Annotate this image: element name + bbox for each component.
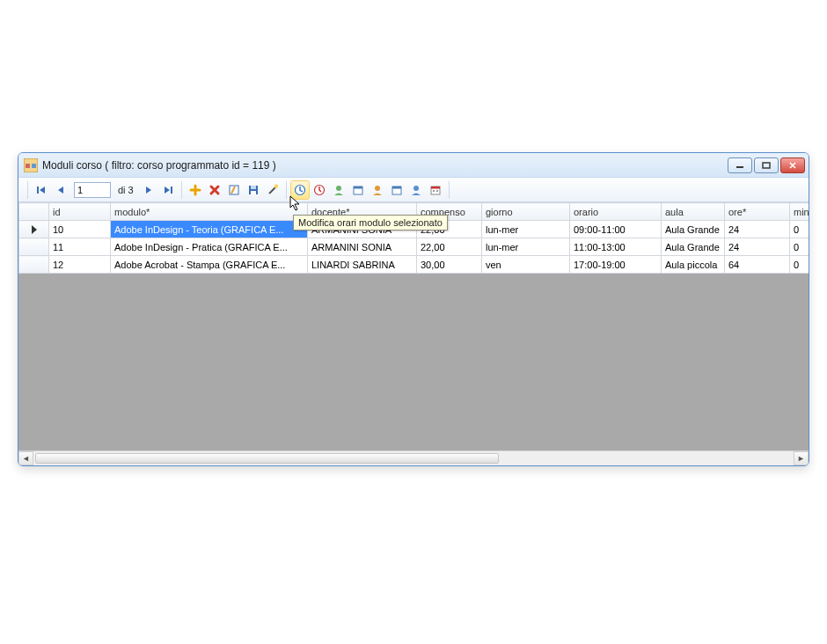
window-controls (728, 157, 805, 173)
grid-empty-area (18, 274, 809, 450)
toolbar-separator (181, 181, 182, 199)
svg-rect-4 (763, 163, 770, 168)
grid-container: id modulo* docente* compenso giorno orar… (18, 202, 809, 274)
cell-docente[interactable]: LINARDI SABRINA (308, 256, 417, 274)
calendar-small-button[interactable] (348, 180, 368, 200)
cell-minuti[interactable]: 0 (790, 256, 809, 274)
close-button[interactable] (780, 157, 805, 173)
person-green-button[interactable] (329, 180, 348, 200)
window-moduli-corso: Moduli corso ( filtro: corso programmato… (18, 152, 809, 466)
svg-rect-10 (251, 191, 256, 194)
window-title: Moduli corso ( filtro: corso programmato… (42, 159, 728, 172)
cell-aula[interactable]: Aula Grande (662, 221, 725, 238)
svg-point-20 (414, 186, 419, 191)
add-button[interactable] (186, 180, 205, 200)
svg-rect-23 (433, 190, 435, 192)
cell-aula[interactable]: Aula piccola (662, 256, 725, 274)
horizontal-scrollbar[interactable]: ◄ ► (18, 450, 809, 465)
wizard-button[interactable] (263, 180, 282, 200)
save-button[interactable] (244, 180, 263, 200)
cell-giorno[interactable]: lun-mer (482, 221, 570, 238)
row-indicator[interactable] (19, 256, 49, 274)
svg-rect-2 (32, 164, 36, 168)
person-blue-button[interactable] (406, 180, 426, 200)
toolbar: di 3 (18, 178, 809, 202)
col-ore[interactable]: ore* (725, 203, 790, 221)
col-aula[interactable]: aula (662, 203, 725, 221)
col-id[interactable]: id (49, 203, 111, 221)
grid-area: id modulo* docente* compenso giorno orar… (18, 202, 809, 465)
modifica-orari-button[interactable] (290, 180, 310, 200)
row-indicator[interactable] (19, 238, 49, 256)
nav-prev-button[interactable] (51, 180, 70, 200)
scroll-thumb[interactable] (35, 453, 499, 464)
cell-docente[interactable]: ARMANINI SONIA (308, 238, 417, 256)
svg-point-17 (375, 186, 380, 191)
delete-button[interactable] (205, 180, 224, 200)
col-minuti[interactable]: minuti* (790, 203, 809, 221)
cell-orario[interactable]: 11:00-13:00 (570, 238, 662, 256)
col-orario[interactable]: orario (570, 203, 662, 221)
cell-id[interactable]: 10 (49, 221, 111, 238)
svg-rect-3 (736, 166, 743, 168)
edit-button[interactable] (224, 180, 244, 200)
calendar-red-button[interactable] (426, 180, 445, 200)
cell-compenso[interactable]: 22,00 (417, 238, 482, 256)
cell-modulo[interactable]: Adobe InDesign - Teoria (GRAFICA E... (111, 221, 308, 238)
svg-rect-22 (431, 187, 440, 189)
cell-orario[interactable]: 17:00-19:00 (570, 256, 662, 274)
toolbar-separator (449, 181, 450, 199)
person-orange-button[interactable] (368, 180, 387, 200)
scroll-left-arrow[interactable]: ◄ (18, 451, 33, 465)
nav-position-input[interactable] (74, 182, 111, 198)
svg-rect-9 (251, 186, 256, 189)
col-giorno[interactable]: giorno (482, 203, 570, 221)
table-row[interactable]: 11Adobe InDesign - Pratica (GRAFICA E...… (19, 238, 809, 256)
cell-ore[interactable]: 24 (725, 238, 790, 256)
cell-ore[interactable]: 64 (725, 256, 790, 274)
titlebar: Moduli corso ( filtro: corso programmato… (18, 153, 809, 178)
maximize-button[interactable] (754, 157, 779, 173)
svg-rect-1 (26, 164, 30, 168)
scroll-right-arrow[interactable]: ► (794, 451, 809, 465)
clock-red-button[interactable] (310, 180, 329, 200)
svg-rect-24 (436, 190, 438, 192)
cell-minuti[interactable]: 0 (790, 238, 809, 256)
svg-rect-5 (37, 187, 39, 194)
scroll-track[interactable] (33, 451, 794, 465)
cell-modulo[interactable]: Adobe Acrobat - Stampa (GRAFICA E... (111, 256, 308, 274)
cell-modulo[interactable]: Adobe InDesign - Pratica (GRAFICA E... (111, 238, 308, 256)
nav-last-button[interactable] (158, 180, 178, 200)
nav-first-button[interactable] (32, 180, 51, 200)
svg-point-14 (336, 186, 341, 191)
svg-rect-19 (392, 187, 401, 189)
calendar-small2-button[interactable] (387, 180, 406, 200)
row-indicator[interactable] (19, 221, 49, 238)
cell-id[interactable]: 11 (49, 238, 111, 256)
data-grid[interactable]: id modulo* docente* compenso giorno orar… (18, 202, 809, 274)
cell-giorno[interactable]: ven (482, 256, 570, 274)
svg-rect-6 (171, 187, 172, 194)
cell-giorno[interactable]: lun-mer (482, 238, 570, 256)
toolbar-separator (286, 181, 287, 199)
cell-minuti[interactable]: 0 (790, 221, 809, 238)
nav-next-button[interactable] (139, 180, 158, 200)
toolbar-separator (27, 181, 28, 199)
minimize-button[interactable] (728, 157, 752, 173)
nav-count-label: di 3 (118, 185, 134, 195)
cell-orario[interactable]: 09:00-11:00 (570, 221, 662, 238)
cell-aula[interactable]: Aula Grande (662, 238, 725, 256)
tooltip: Modifica orari modulo selezionato (293, 215, 448, 231)
svg-rect-16 (354, 187, 362, 189)
col-rowheader[interactable] (19, 203, 49, 221)
table-row[interactable]: 12Adobe Acrobat - Stampa (GRAFICA E...LI… (19, 256, 809, 274)
cell-ore[interactable]: 24 (725, 221, 790, 238)
cell-id[interactable]: 12 (49, 256, 111, 274)
col-modulo[interactable]: modulo* (111, 203, 308, 221)
cell-compenso[interactable]: 30,00 (417, 256, 482, 274)
app-icon (24, 158, 38, 172)
